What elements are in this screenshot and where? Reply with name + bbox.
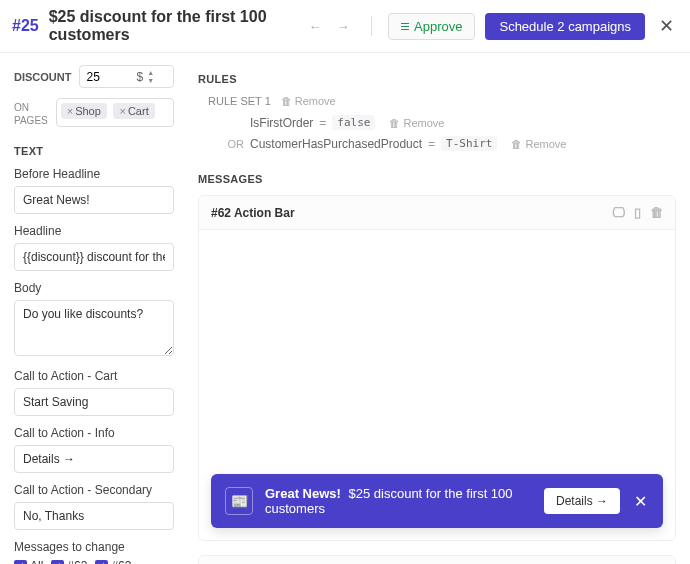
rule-name: CustomerHasPurchasedProduct [250, 137, 422, 151]
prev-icon[interactable]: ← [303, 14, 327, 38]
rule-value: T-Shirt [441, 136, 497, 151]
cta-cart-input[interactable] [14, 388, 174, 416]
ruleset-remove[interactable]: 🗑Remove [281, 95, 336, 107]
campaign-id: #25 [12, 17, 39, 35]
trash-icon: 🗑 [511, 138, 522, 150]
headline-label: Headline [14, 224, 174, 238]
rule-value: false [332, 115, 375, 130]
discount-input[interactable] [86, 70, 136, 84]
divider [371, 16, 372, 36]
rule-remove[interactable]: 🗑Remove [389, 117, 444, 129]
rules-section-header: RULES [198, 73, 676, 85]
messages-section-header: MESSAGES [198, 173, 676, 185]
discount-label: DISCOUNT [14, 71, 71, 83]
message-card-63: #63 Messenger 🖵 ▯ 🗑 [198, 555, 676, 564]
page-title: $25 discount for the first 100 customers [49, 8, 293, 44]
before-headline-input[interactable] [14, 186, 174, 214]
main-area: RULES RULE SET 1 🗑Remove IsFirstOrder = … [188, 53, 690, 564]
desktop-icon[interactable]: 🖵 [612, 205, 625, 220]
page-chip-shop[interactable]: ×Shop [61, 103, 107, 119]
chip-remove-icon[interactable]: × [119, 105, 125, 117]
chip-remove-icon[interactable]: × [67, 105, 73, 117]
cta-info-label: Call to Action - Info [14, 426, 174, 440]
banner-cta-button[interactable]: Details → [544, 488, 620, 514]
next-icon[interactable]: → [331, 14, 355, 38]
news-icon: 📰 [225, 487, 253, 515]
trash-icon: 🗑 [389, 117, 400, 129]
trash-icon[interactable]: 🗑 [650, 205, 663, 220]
mobile-icon[interactable]: ▯ [634, 205, 641, 220]
checkbox-all[interactable]: ✓ [14, 560, 27, 565]
body-label: Body [14, 281, 174, 295]
before-headline-label: Before Headline [14, 167, 174, 181]
close-icon[interactable]: ✕ [655, 15, 678, 37]
cta-cart-label: Call to Action - Cart [14, 369, 174, 383]
body-textarea[interactable] [14, 300, 174, 356]
discount-field[interactable]: $ ▲▼ [79, 65, 174, 88]
sidebar: DISCOUNT $ ▲▼ ONPAGES ×Shop ×Cart TEXT B… [0, 53, 188, 564]
pages-field[interactable]: ×Shop ×Cart [56, 98, 174, 127]
header-bar: #25 $25 discount for the first 100 custo… [0, 0, 690, 53]
nav-buttons: ← → [303, 14, 355, 38]
action-bar-banner: 📰 Great News! $25 discount for the first… [211, 474, 663, 528]
checkbox-63[interactable]: ✓ [95, 560, 108, 565]
discount-unit: $ [136, 70, 143, 84]
message-card-title: #62 Action Bar [211, 206, 612, 220]
cta-info-input[interactable] [14, 445, 174, 473]
pages-label: ONPAGES [14, 98, 48, 127]
message-preview: 📰 Great News! $25 discount for the first… [199, 230, 675, 540]
messages-checkboxes: ✓All ✓#62 ✓#63 ✓#64 [14, 559, 174, 564]
page-chip-cart[interactable]: ×Cart [113, 103, 154, 119]
banner-headline: Great News! [265, 486, 341, 501]
banner-text: Great News! $25 discount for the first 1… [265, 486, 532, 516]
approve-icon [401, 23, 409, 30]
approve-button[interactable]: Approve [388, 13, 475, 40]
cta-secondary-label: Call to Action - Secondary [14, 483, 174, 497]
banner-close-icon[interactable]: ✕ [632, 492, 649, 511]
messages-change-label: Messages to change [14, 540, 174, 554]
rule-remove[interactable]: 🗑Remove [511, 138, 566, 150]
text-section-header: TEXT [14, 145, 174, 157]
ruleset-label: RULE SET 1 [208, 95, 271, 107]
rule-line-1: IsFirstOrder = false 🗑Remove [218, 115, 676, 130]
rule-name: IsFirstOrder [250, 116, 313, 130]
message-card-62: #62 Action Bar 🖵 ▯ 🗑 📰 Great News! $25 d… [198, 195, 676, 541]
rule-line-2: OR CustomerHasPurchasedProduct = T-Shirt… [218, 136, 676, 151]
approve-label: Approve [414, 19, 462, 34]
ruleset-header: RULE SET 1 🗑Remove [208, 95, 676, 107]
schedule-button[interactable]: Schedule 2 campaigns [485, 13, 645, 40]
quantity-stepper[interactable]: ▲▼ [147, 69, 154, 84]
cta-secondary-input[interactable] [14, 502, 174, 530]
trash-icon: 🗑 [281, 95, 292, 107]
checkbox-62[interactable]: ✓ [51, 560, 64, 565]
rule-or-label: OR [218, 138, 244, 150]
headline-input[interactable] [14, 243, 174, 271]
